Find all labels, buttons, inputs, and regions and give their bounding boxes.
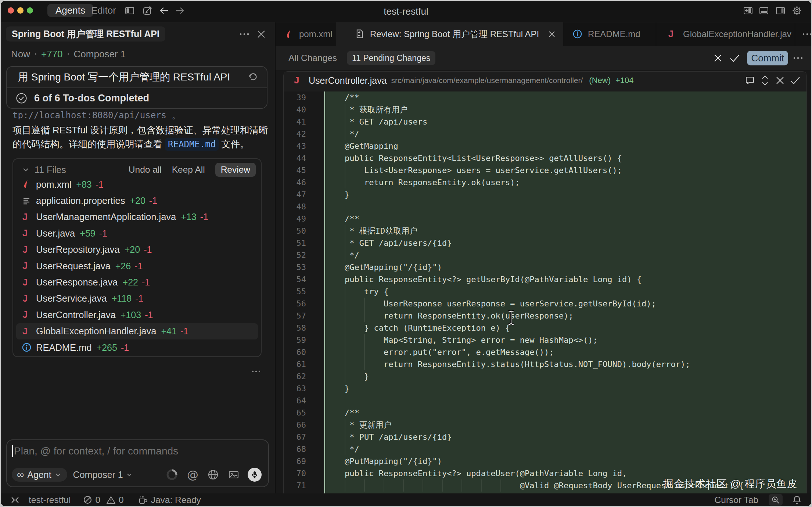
expand-collapse-icon[interactable]	[759, 75, 771, 86]
remote-indicator-icon[interactable]	[10, 496, 20, 504]
agent-mode-label: Agent	[27, 470, 51, 480]
editor-tab[interactable]: README.md	[563, 22, 656, 46]
notifications-bell-icon[interactable]	[792, 495, 802, 505]
file-row[interactable]: README.md +265 -1	[16, 339, 258, 356]
cursor-tab-status[interactable]: Cursor Tab	[715, 495, 758, 505]
accept-all-icon[interactable]	[729, 53, 741, 64]
message-more-actions-icon[interactable]	[251, 368, 262, 375]
file-removed-count: -1	[200, 212, 208, 222]
file-name: UserRequest.java	[36, 261, 111, 272]
diff-file-status: (New)	[589, 76, 611, 85]
app-window: Agents Editor test-restful	[1, 1, 811, 506]
file-name: UserController.java	[36, 310, 116, 320]
window-title: test-restful	[1, 1, 811, 22]
code-line: * 更新用户	[325, 419, 806, 431]
reject-file-icon[interactable]	[774, 75, 786, 86]
chat-session-title[interactable]: Spring Boot 用户管理 RESTful API	[6, 26, 165, 42]
review-toolbar: All Changes 11 Pending Changes Commit	[276, 46, 811, 70]
chat-close-icon[interactable]	[256, 29, 266, 39]
file-row[interactable]: UserResponse.java +22 -1	[16, 274, 258, 290]
java-file-icon	[668, 29, 678, 39]
java-file-icon	[22, 309, 32, 320]
file-name: application.properties	[36, 195, 125, 206]
diff-panel: UserController.java src/main/java/com/ex…	[283, 71, 807, 495]
file-row[interactable]: UserService.java +118 -1	[16, 291, 258, 307]
toggle-bottom-panel-icon[interactable]	[759, 6, 769, 16]
todos-summary-row[interactable]: 6 of 6 To-dos Completed	[7, 87, 267, 108]
file-row[interactable]: pom.xml +83 -1	[16, 176, 258, 193]
changed-files-header: 11 Files Undo all Keep All Review	[13, 163, 261, 177]
file-row[interactable]: UserManagementApplication.java +13 -1	[16, 209, 258, 225]
review-more-actions-icon[interactable]	[793, 54, 804, 62]
toggle-right-panel-icon[interactable]	[775, 6, 786, 16]
statusbar-workspace[interactable]: test-restful	[29, 495, 71, 505]
pending-changes-tab[interactable]: 11 Pending Changes	[347, 51, 435, 65]
settings-gear-icon[interactable]	[792, 6, 802, 16]
statusbar: test-restful 0 0 Java: Ready Cursor Tab	[1, 493, 811, 506]
file-name: User.java	[36, 228, 75, 239]
readme-inline-code[interactable]: README.md	[165, 138, 219, 151]
web-globe-icon[interactable]	[207, 469, 219, 481]
diff-added-count: +104	[615, 76, 634, 85]
editor-tab[interactable]: GlobalExceptionHandler.jav	[656, 22, 795, 46]
code-line: public ResponseEntity<List<UserResponse>…	[325, 152, 806, 164]
accept-file-icon[interactable]	[789, 75, 801, 86]
file-removed-count: -1	[149, 195, 157, 206]
comment-icon[interactable]	[744, 75, 756, 86]
diff-file-header[interactable]: UserController.java src/main/java/com/ex…	[284, 72, 806, 89]
chat-more-actions-icon[interactable]	[239, 30, 250, 39]
editor-body: UserController.java src/main/java/com/ex…	[276, 70, 811, 493]
diff-code-region: 3940414243444546474849505152535455565758…	[284, 91, 806, 495]
zoom-in-icon	[771, 496, 780, 504]
code-line: @PutMapping("/{id}")	[325, 455, 806, 467]
commit-button[interactable]: Commit	[747, 51, 788, 65]
editor-tab[interactable]: pom.xml	[276, 22, 337, 46]
reject-all-icon[interactable]	[712, 53, 723, 64]
file-row[interactable]: User.java +59 -1	[16, 225, 258, 241]
file-added-count: +83	[76, 179, 91, 190]
chat-meta-composer: Composer 1	[74, 48, 126, 60]
tab-overflow-icon[interactable]	[802, 30, 811, 39]
chevron-down-icon	[126, 471, 133, 478]
user-prompt-row[interactable]: 用 Spring Boot 写一个用户管理的 RESTful API	[7, 67, 267, 87]
changed-files-panel: 11 Files Undo all Keep All Review pom.xm…	[12, 158, 262, 357]
all-changes-tab[interactable]: All Changes	[288, 53, 337, 63]
collapse-files-chevron-icon[interactable]	[22, 166, 30, 174]
code-line: @GetMapping	[325, 140, 806, 152]
java-status[interactable]: Java: Ready	[138, 495, 201, 505]
agent-mode-dropdown[interactable]: ∞ Agent	[12, 468, 67, 482]
editor-tab[interactable]: Review: Spring Boot 用户管理 RESTful API	[337, 22, 563, 46]
chat-session-title-label: Spring Boot 用户管理 RESTful API	[12, 28, 159, 40]
file-name: UserResponse.java	[36, 277, 118, 288]
attach-image-icon[interactable]	[228, 469, 240, 481]
java-status-label: Java: Ready	[151, 495, 201, 505]
statusbar-problems[interactable]: 0 0	[83, 495, 123, 505]
code-line: @GetMapping("/{id}")	[325, 261, 806, 273]
zoom-control[interactable]	[769, 494, 783, 506]
file-row[interactable]: application.properties +20 -1	[16, 193, 258, 209]
code-line: }	[325, 188, 806, 201]
code-content[interactable]: /** * 获取所有用户 * GET /api/users */ @GetMap…	[325, 91, 806, 495]
file-row[interactable]: GlobalExceptionHandler.java +41 -1	[16, 323, 258, 339]
review-button[interactable]: Review	[215, 163, 256, 177]
open-agent-panel-icon[interactable]	[743, 6, 753, 16]
voice-mic-icon[interactable]	[248, 468, 262, 482]
java-file-icon	[22, 260, 32, 272]
chevron-down-icon	[55, 471, 61, 478]
code-line: /**	[325, 407, 806, 419]
code-line: * 根据ID获取用户	[325, 225, 806, 237]
code-line: } catch (RuntimeException e) {	[325, 322, 806, 334]
undo-all-button[interactable]: Undo all	[129, 165, 162, 175]
keep-all-button[interactable]: Keep All	[172, 165, 205, 175]
tab-label: README.md	[588, 29, 640, 39]
model-dropdown[interactable]: Composer 1	[73, 470, 133, 480]
tab-close-icon[interactable]	[547, 30, 556, 39]
chat-input-box[interactable]: Plan, @ for context, / for commands ∞ Ag…	[6, 439, 269, 487]
mention-icon[interactable]: @	[187, 469, 198, 481]
file-row[interactable]: UserController.java +103 -1	[16, 307, 258, 323]
code-line: return ResponseEntity.ok(userResponse);	[325, 310, 806, 322]
code-line: */	[325, 443, 806, 455]
file-row[interactable]: UserRequest.java +26 -1	[16, 258, 258, 274]
restore-checkpoint-icon[interactable]	[247, 72, 258, 83]
file-row[interactable]: UserRepository.java +20 -1	[16, 242, 258, 258]
